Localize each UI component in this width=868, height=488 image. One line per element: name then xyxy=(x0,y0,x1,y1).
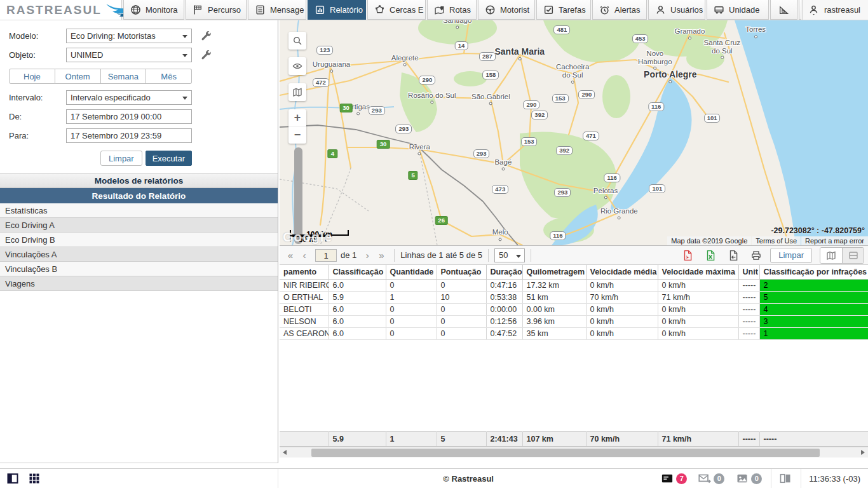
column-header[interactable]: Classificação xyxy=(329,265,386,279)
modelo-select[interactable]: Eco Driving: Motoristas xyxy=(66,29,192,43)
objeto-label: Objeto: xyxy=(9,50,66,60)
table-cell: 3 xyxy=(759,315,868,327)
map-layers-button[interactable] xyxy=(288,83,306,101)
chevron-down-icon xyxy=(182,54,187,57)
tab-relatório[interactable]: Relatório xyxy=(308,0,366,20)
column-header[interactable]: Quilometragem xyxy=(522,265,586,279)
column-header[interactable]: Velocidade máxima xyxy=(658,265,738,279)
table-cell: 6.0 xyxy=(329,315,386,327)
user-menu[interactable]: rastreasul xyxy=(803,0,868,20)
map-visibility-button[interactable] xyxy=(288,57,306,75)
split-view-toggle-button[interactable] xyxy=(842,248,864,263)
column-header[interactable]: Classificação por infrações xyxy=(759,265,868,279)
route-shield: 153 xyxy=(552,94,569,103)
table-cell: 0 km/h xyxy=(586,279,658,291)
range-button-semana[interactable]: Semana xyxy=(101,69,147,84)
map-terrain xyxy=(280,20,868,245)
messages-indicator[interactable]: 0 xyxy=(696,469,727,488)
table-row[interactable]: BELOTI6.0000:00:000.00 km0 km/h0 km/h---… xyxy=(280,303,868,315)
tab-usuários[interactable]: Usuários xyxy=(648,0,705,20)
tab-alertas[interactable]: Alertas xyxy=(592,0,647,20)
tab-unidade[interactable]: Unidade xyxy=(707,0,769,20)
objeto-settings-wrench-icon[interactable] xyxy=(201,50,212,61)
terms-of-use-link[interactable]: Terms of Use xyxy=(752,236,801,245)
brand-logo[interactable]: RASTREASUL xyxy=(0,0,122,20)
report-item-vinculações-a[interactable]: Vinculações A xyxy=(0,247,278,262)
prev-page-button[interactable]: ‹ xyxy=(297,250,311,261)
date-to-input[interactable]: 17 Setembro 2019 23:59 xyxy=(66,128,192,143)
intervalo-select[interactable]: Intervalo especificado xyxy=(66,90,192,105)
export-file-button[interactable] xyxy=(726,248,740,262)
column-header[interactable]: Velocidade média xyxy=(586,265,658,279)
table-cell: 35 km xyxy=(522,327,586,339)
zoom-in-button[interactable]: + xyxy=(288,109,306,126)
column-header[interactable]: Duração xyxy=(486,265,522,279)
print-button[interactable] xyxy=(749,248,763,262)
tab-label: Cercas E xyxy=(390,5,423,15)
last-page-button[interactable]: » xyxy=(374,250,388,261)
column-header[interactable]: pamento xyxy=(280,265,329,279)
messages-badge: 0 xyxy=(714,473,724,484)
tab-rotas[interactable]: Rotas xyxy=(427,0,477,20)
table-cell: ----- xyxy=(738,279,759,291)
objeto-select[interactable]: UNIMED xyxy=(66,48,192,62)
report-item-viagens[interactable]: Viagens xyxy=(0,276,278,291)
range-button-hoje[interactable]: Hoje xyxy=(9,69,55,84)
scrollbar-thumb[interactable] xyxy=(311,449,820,457)
tab-mensage[interactable]: Mensage xyxy=(248,0,306,20)
table-row[interactable]: NIR RIBEIRO6.0000:47:1617.32 km0 km/h0 k… xyxy=(280,279,868,291)
report-item-eco-driving-b[interactable]: Eco Driving B xyxy=(0,233,278,247)
limpar-button[interactable]: Limpar xyxy=(100,151,142,166)
apps-grid-button[interactable] xyxy=(799,0,801,20)
column-header[interactable]: Quantidade xyxy=(386,265,437,279)
measure-button[interactable] xyxy=(770,0,797,20)
executar-button[interactable]: Executar xyxy=(146,151,192,166)
report-map-error-link[interactable]: Report a map error xyxy=(801,236,868,245)
next-page-button[interactable]: › xyxy=(360,250,374,261)
table-row[interactable]: O ERTHAL5.91100:53:3851 km70 km/h71 km/h… xyxy=(280,291,868,303)
map-search-button[interactable] xyxy=(288,32,306,50)
notifications-indicator[interactable]: 7 xyxy=(658,469,689,488)
city-label: Torres xyxy=(745,26,766,38)
range-button-mês[interactable]: Mês xyxy=(146,69,192,84)
city-dot xyxy=(518,57,521,60)
table-horizontal-scrollbar[interactable] xyxy=(280,447,868,458)
table-row[interactable]: AS CEARON6.0000:47:5235 km0 km/h0 km/h--… xyxy=(280,327,868,339)
export-excel-button[interactable] xyxy=(703,248,717,262)
city-dot xyxy=(668,80,672,83)
table-limpar-button[interactable]: Limpar xyxy=(770,248,812,263)
first-page-button[interactable]: « xyxy=(283,250,297,261)
grid-view-icon[interactable] xyxy=(28,472,41,485)
tab-tarefas[interactable]: Tarefas xyxy=(536,0,591,20)
column-header[interactable]: Pontuação xyxy=(437,265,486,279)
table-cell: BELOTI xyxy=(280,303,329,315)
modelo-settings-wrench-icon[interactable] xyxy=(201,30,212,42)
report-panel: SantiagoAlegreteUruguaianaSanta MariaSan… xyxy=(280,20,868,468)
report-item-estatísticas[interactable]: Estatísticas xyxy=(0,203,278,218)
range-button-ontem[interactable]: Ontem xyxy=(55,69,101,84)
page-size-select[interactable]: 50 xyxy=(494,248,525,262)
scroll-left-arrow[interactable] xyxy=(283,450,287,455)
column-header[interactable]: Unit xyxy=(738,265,759,279)
tab-motorist[interactable]: Motorist xyxy=(478,0,535,20)
images-indicator[interactable]: 0 xyxy=(733,469,764,488)
route-shield: 116 xyxy=(550,231,566,240)
route-shield: 392 xyxy=(531,111,548,119)
panel-layout-button[interactable] xyxy=(771,469,794,488)
report-item-eco-driving-a[interactable]: Eco Driving A xyxy=(0,218,278,233)
tab-percurso[interactable]: Percurso xyxy=(186,0,247,20)
map-canvas[interactable]: SantiagoAlegreteUruguaianaSanta MariaSan… xyxy=(280,20,868,245)
zoom-out-button[interactable]: − xyxy=(288,126,306,144)
resultado-relatorio-header[interactable]: Resultado do Relatório xyxy=(0,188,278,203)
modelos-relatorios-header[interactable]: Modelos de relatórios xyxy=(0,173,278,188)
page-number-input[interactable]: 1 xyxy=(315,249,337,262)
export-pdf-button[interactable] xyxy=(681,248,695,262)
report-item-vinculações-b[interactable]: Vinculações B xyxy=(0,262,278,276)
scroll-right-arrow[interactable] xyxy=(861,450,865,455)
tab-monitora[interactable]: Monitora xyxy=(123,0,184,20)
table-row[interactable]: NELSON6.0000:12:563.96 km0 km/h0 km/h---… xyxy=(280,315,868,327)
map-view-toggle-button[interactable] xyxy=(820,248,842,263)
tab-cercas-e[interactable]: Cercas E xyxy=(367,0,426,20)
sidebar-toggle-icon[interactable] xyxy=(6,472,19,485)
date-from-input[interactable]: 17 Setembro 2019 00:00 xyxy=(66,109,192,124)
